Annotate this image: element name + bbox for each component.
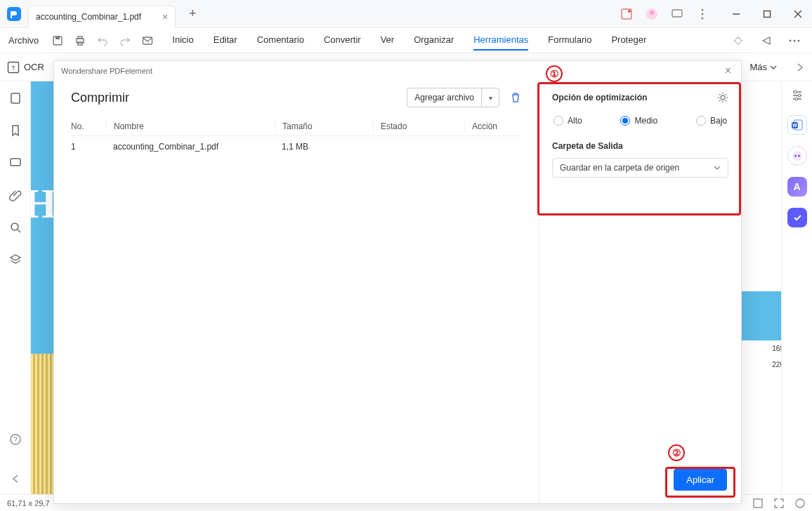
app-logo bbox=[0, 0, 28, 28]
page-thumbs-icon[interactable] bbox=[7, 90, 24, 107]
svg-point-19 bbox=[735, 38, 741, 44]
apply-button[interactable]: Aplicar bbox=[674, 469, 727, 491]
app-a-icon[interactable]: A bbox=[787, 177, 807, 197]
svg-rect-10 bbox=[764, 11, 771, 17]
help-icon[interactable]: ? bbox=[7, 431, 24, 448]
close-button[interactable] bbox=[784, 0, 812, 28]
kebab-icon[interactable] bbox=[695, 7, 709, 21]
svg-point-46 bbox=[798, 155, 800, 157]
svg-text:W: W bbox=[792, 123, 797, 128]
svg-rect-16 bbox=[78, 36, 82, 39]
svg-point-8 bbox=[702, 17, 704, 19]
chat-icon[interactable] bbox=[670, 7, 684, 21]
print-icon[interactable] bbox=[71, 32, 89, 50]
zoom-icon[interactable] bbox=[795, 498, 805, 508]
menubar: Archivo Inicio Editar Comentario Convert… bbox=[0, 28, 812, 53]
radio-medium[interactable]: Medio bbox=[620, 116, 657, 126]
notification-icon[interactable] bbox=[620, 7, 634, 21]
titlebar-icons bbox=[620, 7, 715, 21]
search-icon[interactable] bbox=[7, 219, 24, 236]
callout-badge-1: ① bbox=[546, 65, 563, 82]
close-tab-icon[interactable]: × bbox=[162, 11, 168, 22]
new-tab-button[interactable]: + bbox=[183, 4, 202, 24]
bulb-icon[interactable] bbox=[729, 32, 747, 50]
dialog-close-icon[interactable]: × bbox=[722, 65, 734, 77]
svg-point-48 bbox=[796, 499, 804, 507]
svg-line-32 bbox=[18, 230, 20, 232]
mail-icon[interactable] bbox=[138, 32, 157, 50]
svg-point-38 bbox=[794, 91, 797, 93]
svg-point-24 bbox=[790, 39, 792, 41]
svg-point-7 bbox=[702, 13, 704, 15]
compress-dialog: Wondershare PDFelement × Comprimir Agreg… bbox=[53, 60, 742, 504]
svg-point-45 bbox=[794, 155, 797, 157]
svg-text:?: ? bbox=[13, 436, 18, 444]
output-folder-select[interactable]: Guardar en la carpeta de origen bbox=[552, 158, 728, 178]
svg-point-2 bbox=[628, 10, 631, 13]
right-rail: W A bbox=[781, 81, 812, 494]
svg-text:T: T bbox=[11, 65, 15, 72]
col-size: Tamaño bbox=[275, 121, 373, 131]
left-rail: ? bbox=[0, 81, 31, 494]
check-app-icon[interactable] bbox=[787, 208, 807, 227]
dialog-app-title: Wondershare PDFelement bbox=[61, 67, 152, 75]
save-icon[interactable] bbox=[48, 32, 67, 50]
fullscreen-icon[interactable] bbox=[774, 498, 784, 508]
radio-high[interactable]: Alto bbox=[554, 116, 582, 126]
attachment-icon[interactable] bbox=[7, 187, 24, 204]
toolbar-expand-icon[interactable] bbox=[795, 62, 805, 72]
menu-formulario[interactable]: Formulario bbox=[548, 30, 591, 51]
redo-icon[interactable] bbox=[116, 32, 134, 50]
avatar-icon[interactable] bbox=[645, 7, 659, 21]
menu-comentario[interactable]: Comentario bbox=[257, 30, 304, 51]
collapse-left-icon[interactable] bbox=[7, 470, 24, 487]
svg-rect-47 bbox=[754, 499, 762, 507]
col-name: Nombre bbox=[106, 121, 275, 131]
svg-point-4 bbox=[650, 11, 654, 15]
comment-panel-icon[interactable] bbox=[7, 154, 24, 171]
table-header: No. Nombre Tamaño Estado Acción bbox=[71, 117, 522, 136]
share-icon[interactable] bbox=[757, 32, 775, 50]
page-dimensions: 61,71 x 29,7 bbox=[7, 499, 50, 507]
gear-icon[interactable] bbox=[717, 92, 728, 103]
layers-icon[interactable] bbox=[7, 251, 24, 268]
menu-ver[interactable]: Ver bbox=[381, 30, 395, 51]
menu-organizar[interactable]: Organizar bbox=[414, 30, 454, 51]
menu-herramientas[interactable]: Herramientas bbox=[473, 30, 528, 51]
document-tab[interactable]: accounting_Combinar_1.pdf × bbox=[28, 6, 176, 28]
table-row[interactable]: 1 accounting_Combinar_1.pdf 1,1 MB bbox=[71, 136, 522, 157]
svg-point-25 bbox=[794, 39, 796, 41]
svg-point-49 bbox=[721, 95, 725, 100]
ai-bot-icon[interactable] bbox=[787, 146, 807, 166]
callout-badge-2: ② bbox=[668, 444, 685, 461]
menu-inicio[interactable]: Inicio bbox=[172, 30, 193, 51]
add-file-dropdown-icon[interactable]: ▾ bbox=[482, 88, 499, 107]
svg-point-40 bbox=[795, 98, 798, 100]
maximize-button[interactable] bbox=[753, 0, 781, 28]
word-export-icon[interactable]: W bbox=[787, 115, 807, 135]
bookmark-icon[interactable] bbox=[7, 122, 24, 139]
menu-convertir[interactable]: Convertir bbox=[324, 30, 361, 51]
overflow-icon[interactable] bbox=[785, 32, 804, 50]
radio-low[interactable]: Bajo bbox=[696, 116, 727, 126]
ocr-tool[interactable]: T OCR bbox=[7, 61, 44, 74]
sliders-icon[interactable] bbox=[789, 87, 806, 104]
view-mode-icon[interactable] bbox=[753, 498, 763, 508]
svg-rect-14 bbox=[55, 36, 60, 39]
file-menu[interactable]: Archivo bbox=[8, 35, 39, 46]
undo-icon[interactable] bbox=[93, 32, 112, 50]
menu-proteger[interactable]: Proteger bbox=[611, 30, 646, 51]
svg-rect-30 bbox=[11, 159, 20, 166]
dialog-title: Comprimir bbox=[71, 91, 129, 105]
trash-icon[interactable] bbox=[509, 91, 522, 104]
add-file-button[interactable]: Agregar archivo ▾ bbox=[407, 88, 499, 107]
minimize-button[interactable] bbox=[722, 0, 750, 28]
col-no: No. bbox=[71, 121, 106, 131]
svg-point-6 bbox=[702, 8, 704, 11]
optimization-radios: Alto Medio Bajo bbox=[552, 116, 728, 126]
svg-point-44 bbox=[792, 151, 802, 161]
svg-point-31 bbox=[11, 223, 18, 230]
menu-editar[interactable]: Editar bbox=[214, 30, 237, 51]
svg-point-39 bbox=[798, 94, 801, 97]
svg-rect-5 bbox=[672, 10, 682, 17]
